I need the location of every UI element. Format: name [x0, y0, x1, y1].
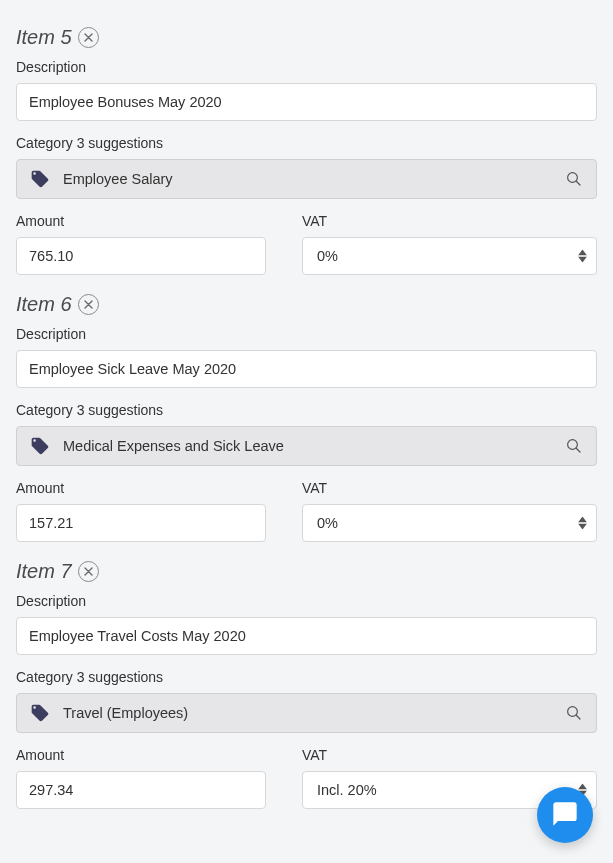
remove-item-button[interactable] [78, 561, 99, 582]
amount-input[interactable] [16, 504, 266, 542]
category-value: Medical Expenses and Sick Leave [63, 438, 552, 454]
category-select[interactable]: Travel (Employees) [16, 693, 597, 733]
description-input[interactable] [16, 617, 597, 655]
search-icon [564, 169, 584, 189]
item-title: Item 7 [16, 560, 72, 583]
description-label: Description [16, 593, 597, 609]
item-block: Item 6 Description Category 3 suggestion… [16, 293, 597, 542]
vat-value: Incl. 20% [317, 782, 377, 798]
svg-line-5 [576, 715, 580, 719]
amount-vat-row: Amount VAT 0% [16, 213, 597, 275]
category-field: Category 3 suggestions Travel (Employees… [16, 669, 597, 733]
vat-label: VAT [302, 480, 597, 496]
description-field: Description [16, 326, 597, 388]
category-label: Category 3 suggestions [16, 669, 597, 685]
item-title: Item 5 [16, 26, 72, 49]
close-icon [84, 32, 93, 44]
svg-line-3 [576, 448, 580, 452]
vat-select[interactable]: 0% [302, 237, 597, 275]
category-field: Category 3 suggestions Employee Salary [16, 135, 597, 199]
item-title: Item 6 [16, 293, 72, 316]
description-input[interactable] [16, 83, 597, 121]
chat-icon [551, 800, 579, 831]
amount-label: Amount [16, 213, 266, 229]
description-label: Description [16, 59, 597, 75]
vat-field: VAT 0% [302, 213, 597, 275]
vat-value: 0% [317, 248, 338, 264]
description-label: Description [16, 326, 597, 342]
item-block: Item 7 Description Category 3 suggestion… [16, 560, 597, 809]
amount-field: Amount [16, 213, 266, 275]
amount-field: Amount [16, 747, 266, 809]
close-icon [84, 299, 93, 311]
vat-select[interactable]: 0% [302, 504, 597, 542]
description-field: Description [16, 59, 597, 121]
close-icon [84, 566, 93, 578]
description-field: Description [16, 593, 597, 655]
vat-field: VAT 0% [302, 480, 597, 542]
category-value: Employee Salary [63, 171, 552, 187]
amount-label: Amount [16, 480, 266, 496]
amount-label: Amount [16, 747, 266, 763]
vat-label: VAT [302, 213, 597, 229]
tag-icon [29, 435, 51, 457]
chat-button[interactable] [537, 787, 593, 843]
item-block: Item 5 Description Category 3 suggestion… [16, 26, 597, 275]
tag-icon [29, 702, 51, 724]
amount-vat-row: Amount VAT 0% [16, 480, 597, 542]
category-select[interactable]: Employee Salary [16, 159, 597, 199]
search-icon [564, 703, 584, 723]
amount-input[interactable] [16, 237, 266, 275]
category-label: Category 3 suggestions [16, 402, 597, 418]
description-input[interactable] [16, 350, 597, 388]
category-label: Category 3 suggestions [16, 135, 597, 151]
amount-vat-row: Amount VAT Incl. 20% [16, 747, 597, 809]
item-header: Item 5 [16, 26, 597, 49]
amount-field: Amount [16, 480, 266, 542]
item-header: Item 7 [16, 560, 597, 583]
search-icon [564, 436, 584, 456]
remove-item-button[interactable] [78, 27, 99, 48]
amount-input[interactable] [16, 771, 266, 809]
remove-item-button[interactable] [78, 294, 99, 315]
tag-icon [29, 168, 51, 190]
item-header: Item 6 [16, 293, 597, 316]
category-select[interactable]: Medical Expenses and Sick Leave [16, 426, 597, 466]
svg-line-1 [576, 181, 580, 185]
category-field: Category 3 suggestions Medical Expenses … [16, 402, 597, 466]
vat-value: 0% [317, 515, 338, 531]
category-value: Travel (Employees) [63, 705, 552, 721]
vat-label: VAT [302, 747, 597, 763]
